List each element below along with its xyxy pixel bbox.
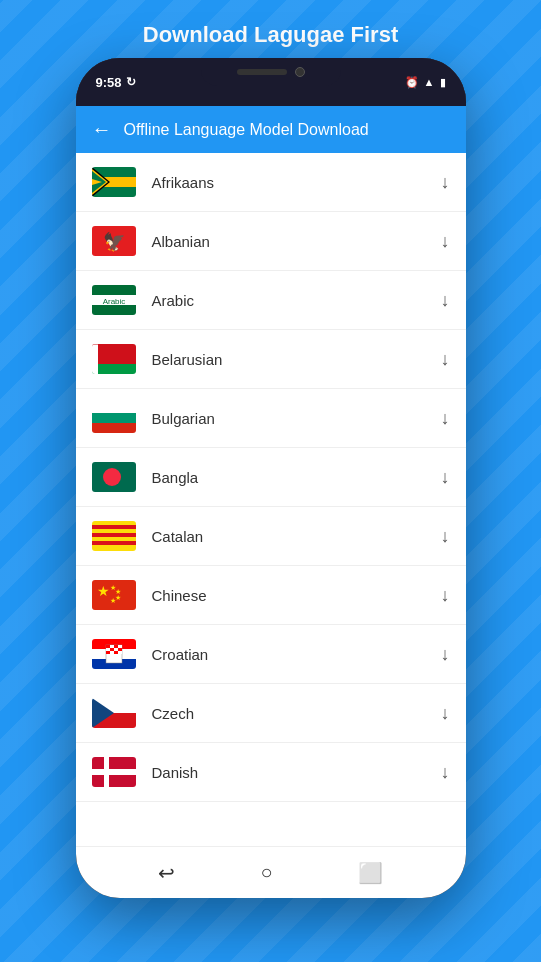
list-item[interactable]: Belarusian↓ [76,330,466,389]
language-name: Chinese [152,587,441,604]
svg-rect-38 [118,645,122,648]
app-header: ← Offline Language Model Download [76,106,466,153]
app-content: ← Offline Language Model Download Afrika… [76,106,466,846]
flag-icon: ★ ★ ★ ★ ★ [92,580,136,610]
svg-rect-35 [106,645,110,648]
page-title: Download Lagugae First [143,22,398,48]
list-item[interactable]: Catalan↓ [76,507,466,566]
language-name: Albanian [152,233,441,250]
flag-icon [92,521,136,551]
alarm-icon: ⏰ [405,76,419,89]
language-name: Czech [152,705,441,722]
download-icon[interactable]: ↓ [441,349,450,370]
svg-rect-42 [118,648,122,651]
svg-rect-16 [92,403,136,413]
flag-icon [92,462,136,492]
language-name: Afrikaans [152,174,441,191]
svg-rect-46 [118,651,122,654]
download-icon[interactable]: ↓ [441,585,450,606]
nav-home-icon[interactable]: ○ [260,861,272,884]
svg-rect-12 [92,344,136,364]
svg-rect-36 [110,645,114,648]
sync-icon: ↻ [126,75,136,89]
download-icon[interactable]: ↓ [441,644,450,665]
flag-icon [92,403,136,433]
flag-icon: Arabic [92,285,136,315]
svg-point-20 [103,468,121,486]
flag-icon [92,698,136,728]
status-time: 9:58 [96,75,122,90]
svg-rect-23 [92,533,136,537]
wifi-icon: ▲ [424,76,435,88]
list-item[interactable]: Bulgarian↓ [76,389,466,448]
download-icon[interactable]: ↓ [441,526,450,547]
battery-icon: ▮ [440,76,446,89]
download-icon[interactable]: ↓ [441,290,450,311]
download-icon[interactable]: ↓ [441,467,450,488]
list-item[interactable]: Afrikaans↓ [76,153,466,212]
download-icon[interactable]: ↓ [441,703,450,724]
language-name: Bulgarian [152,410,441,427]
svg-rect-22 [92,525,136,529]
svg-rect-41 [114,648,118,651]
language-name: Belarusian [152,351,441,368]
svg-text:★: ★ [110,597,116,604]
language-name: Arabic [152,292,441,309]
list-item[interactable]: Croatian↓ [76,625,466,684]
camera [295,67,305,77]
svg-rect-10 [92,305,136,315]
download-icon[interactable]: ↓ [441,762,450,783]
language-list: Afrikaans↓ 🦅 Albanian↓ Arabic Arabic↓ Be… [76,153,466,846]
svg-rect-52 [92,769,136,775]
svg-rect-39 [106,648,110,651]
list-item[interactable]: ★ ★ ★ ★ ★ Chinese↓ [76,566,466,625]
list-item[interactable]: Arabic Arabic↓ [76,271,466,330]
svg-rect-8 [92,285,136,295]
svg-text:★: ★ [97,583,110,599]
language-name: Bangla [152,469,441,486]
svg-rect-13 [92,364,136,374]
svg-rect-18 [92,423,136,433]
list-item[interactable]: Czech↓ [76,684,466,743]
download-icon[interactable]: ↓ [441,408,450,429]
language-name: Catalan [152,528,441,545]
app-header-title: Offline Language Model Download [124,121,369,139]
download-icon[interactable]: ↓ [441,172,450,193]
bottom-nav: ↩ ○ ⬜ [76,846,466,898]
download-icon[interactable]: ↓ [441,231,450,252]
flag-icon: 🦅 [92,226,136,256]
svg-rect-43 [106,651,110,654]
flag-icon [92,639,136,669]
svg-rect-37 [114,645,118,648]
list-item[interactable]: Danish↓ [76,743,466,802]
speaker [237,69,287,75]
svg-text:🦅: 🦅 [103,231,126,253]
list-item[interactable]: 🦅 Albanian↓ [76,212,466,271]
phone-frame: 9:58 ↻ ⏰ ▲ ▮ ← Offline Language Model Do… [76,58,466,898]
svg-rect-45 [114,651,118,654]
flag-icon [92,344,136,374]
nav-back-icon[interactable]: ↩ [158,861,175,885]
nav-recents-icon[interactable]: ⬜ [358,861,383,885]
back-button[interactable]: ← [92,118,112,141]
svg-rect-24 [92,541,136,545]
language-name: Danish [152,764,441,781]
svg-text:Arabic: Arabic [102,297,125,306]
svg-rect-44 [110,651,114,654]
svg-rect-14 [92,344,98,374]
flag-icon [92,167,136,197]
list-item[interactable]: Bangla↓ [76,448,466,507]
flag-icon [92,757,136,787]
svg-rect-17 [92,413,136,423]
svg-rect-40 [110,648,114,651]
language-name: Croatian [152,646,441,663]
status-bar: 9:58 ↻ ⏰ ▲ ▮ [76,58,466,106]
